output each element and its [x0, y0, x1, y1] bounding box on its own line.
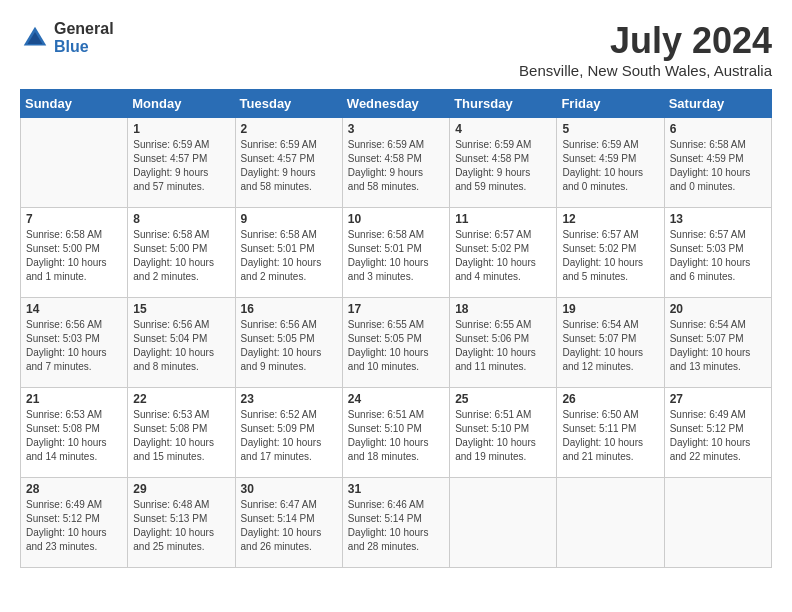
day-number: 14 — [26, 302, 122, 316]
calendar-cell: 26Sunrise: 6:50 AM Sunset: 5:11 PM Dayli… — [557, 388, 664, 478]
logo-blue: Blue — [54, 38, 114, 56]
calendar-cell — [21, 118, 128, 208]
calendar-cell: 24Sunrise: 6:51 AM Sunset: 5:10 PM Dayli… — [342, 388, 449, 478]
calendar-cell: 23Sunrise: 6:52 AM Sunset: 5:09 PM Dayli… — [235, 388, 342, 478]
day-info: Sunrise: 6:56 AM Sunset: 5:04 PM Dayligh… — [133, 318, 229, 374]
day-number: 13 — [670, 212, 766, 226]
header-day-thursday: Thursday — [450, 90, 557, 118]
day-number: 6 — [670, 122, 766, 136]
day-info: Sunrise: 6:58 AM Sunset: 4:59 PM Dayligh… — [670, 138, 766, 194]
day-info: Sunrise: 6:56 AM Sunset: 5:05 PM Dayligh… — [241, 318, 337, 374]
calendar-cell: 10Sunrise: 6:58 AM Sunset: 5:01 PM Dayli… — [342, 208, 449, 298]
day-info: Sunrise: 6:49 AM Sunset: 5:12 PM Dayligh… — [26, 498, 122, 554]
calendar-cell: 12Sunrise: 6:57 AM Sunset: 5:02 PM Dayli… — [557, 208, 664, 298]
day-number: 17 — [348, 302, 444, 316]
header-day-tuesday: Tuesday — [235, 90, 342, 118]
header-day-saturday: Saturday — [664, 90, 771, 118]
logo-general: General — [54, 20, 114, 38]
day-number: 31 — [348, 482, 444, 496]
day-info: Sunrise: 6:59 AM Sunset: 4:59 PM Dayligh… — [562, 138, 658, 194]
calendar-cell: 28Sunrise: 6:49 AM Sunset: 5:12 PM Dayli… — [21, 478, 128, 568]
day-info: Sunrise: 6:51 AM Sunset: 5:10 PM Dayligh… — [348, 408, 444, 464]
day-info: Sunrise: 6:53 AM Sunset: 5:08 PM Dayligh… — [26, 408, 122, 464]
day-info: Sunrise: 6:51 AM Sunset: 5:10 PM Dayligh… — [455, 408, 551, 464]
header-row: SundayMondayTuesdayWednesdayThursdayFrid… — [21, 90, 772, 118]
calendar-body: 1Sunrise: 6:59 AM Sunset: 4:57 PM Daylig… — [21, 118, 772, 568]
day-number: 7 — [26, 212, 122, 226]
day-number: 11 — [455, 212, 551, 226]
logo: General Blue — [20, 20, 114, 55]
week-row-1: 1Sunrise: 6:59 AM Sunset: 4:57 PM Daylig… — [21, 118, 772, 208]
day-info: Sunrise: 6:50 AM Sunset: 5:11 PM Dayligh… — [562, 408, 658, 464]
calendar-cell: 2Sunrise: 6:59 AM Sunset: 4:57 PM Daylig… — [235, 118, 342, 208]
day-info: Sunrise: 6:58 AM Sunset: 5:00 PM Dayligh… — [26, 228, 122, 284]
calendar-cell: 27Sunrise: 6:49 AM Sunset: 5:12 PM Dayli… — [664, 388, 771, 478]
day-info: Sunrise: 6:57 AM Sunset: 5:02 PM Dayligh… — [562, 228, 658, 284]
calendar-cell: 16Sunrise: 6:56 AM Sunset: 5:05 PM Dayli… — [235, 298, 342, 388]
day-number: 22 — [133, 392, 229, 406]
day-number: 23 — [241, 392, 337, 406]
day-number: 27 — [670, 392, 766, 406]
day-number: 1 — [133, 122, 229, 136]
header-day-monday: Monday — [128, 90, 235, 118]
day-number: 26 — [562, 392, 658, 406]
day-number: 16 — [241, 302, 337, 316]
calendar-cell: 22Sunrise: 6:53 AM Sunset: 5:08 PM Dayli… — [128, 388, 235, 478]
header-day-sunday: Sunday — [21, 90, 128, 118]
calendar-cell: 4Sunrise: 6:59 AM Sunset: 4:58 PM Daylig… — [450, 118, 557, 208]
calendar-cell: 6Sunrise: 6:58 AM Sunset: 4:59 PM Daylig… — [664, 118, 771, 208]
calendar-cell: 25Sunrise: 6:51 AM Sunset: 5:10 PM Dayli… — [450, 388, 557, 478]
calendar-cell: 11Sunrise: 6:57 AM Sunset: 5:02 PM Dayli… — [450, 208, 557, 298]
day-info: Sunrise: 6:49 AM Sunset: 5:12 PM Dayligh… — [670, 408, 766, 464]
day-number: 19 — [562, 302, 658, 316]
day-number: 10 — [348, 212, 444, 226]
day-info: Sunrise: 6:47 AM Sunset: 5:14 PM Dayligh… — [241, 498, 337, 554]
page-header: General Blue July 2024 Bensville, New So… — [20, 20, 772, 79]
calendar-cell: 29Sunrise: 6:48 AM Sunset: 5:13 PM Dayli… — [128, 478, 235, 568]
calendar-cell: 8Sunrise: 6:58 AM Sunset: 5:00 PM Daylig… — [128, 208, 235, 298]
location-subtitle: Bensville, New South Wales, Australia — [519, 62, 772, 79]
calendar-cell: 5Sunrise: 6:59 AM Sunset: 4:59 PM Daylig… — [557, 118, 664, 208]
day-info: Sunrise: 6:56 AM Sunset: 5:03 PM Dayligh… — [26, 318, 122, 374]
day-info: Sunrise: 6:58 AM Sunset: 5:01 PM Dayligh… — [348, 228, 444, 284]
day-info: Sunrise: 6:58 AM Sunset: 5:01 PM Dayligh… — [241, 228, 337, 284]
title-block: July 2024 Bensville, New South Wales, Au… — [519, 20, 772, 79]
calendar-cell: 17Sunrise: 6:55 AM Sunset: 5:05 PM Dayli… — [342, 298, 449, 388]
calendar-header: SundayMondayTuesdayWednesdayThursdayFrid… — [21, 90, 772, 118]
header-day-wednesday: Wednesday — [342, 90, 449, 118]
day-number: 12 — [562, 212, 658, 226]
day-info: Sunrise: 6:55 AM Sunset: 5:06 PM Dayligh… — [455, 318, 551, 374]
day-info: Sunrise: 6:59 AM Sunset: 4:58 PM Dayligh… — [348, 138, 444, 194]
calendar-cell: 14Sunrise: 6:56 AM Sunset: 5:03 PM Dayli… — [21, 298, 128, 388]
calendar-cell: 18Sunrise: 6:55 AM Sunset: 5:06 PM Dayli… — [450, 298, 557, 388]
week-row-2: 7Sunrise: 6:58 AM Sunset: 5:00 PM Daylig… — [21, 208, 772, 298]
calendar-cell: 19Sunrise: 6:54 AM Sunset: 5:07 PM Dayli… — [557, 298, 664, 388]
day-info: Sunrise: 6:59 AM Sunset: 4:58 PM Dayligh… — [455, 138, 551, 194]
day-number: 25 — [455, 392, 551, 406]
day-info: Sunrise: 6:48 AM Sunset: 5:13 PM Dayligh… — [133, 498, 229, 554]
day-number: 24 — [348, 392, 444, 406]
day-info: Sunrise: 6:59 AM Sunset: 4:57 PM Dayligh… — [133, 138, 229, 194]
day-info: Sunrise: 6:57 AM Sunset: 5:02 PM Dayligh… — [455, 228, 551, 284]
day-number: 3 — [348, 122, 444, 136]
day-number: 28 — [26, 482, 122, 496]
calendar-cell: 9Sunrise: 6:58 AM Sunset: 5:01 PM Daylig… — [235, 208, 342, 298]
day-number: 9 — [241, 212, 337, 226]
calendar-cell: 7Sunrise: 6:58 AM Sunset: 5:00 PM Daylig… — [21, 208, 128, 298]
calendar-cell — [557, 478, 664, 568]
day-number: 20 — [670, 302, 766, 316]
day-number: 2 — [241, 122, 337, 136]
calendar-cell — [450, 478, 557, 568]
day-info: Sunrise: 6:55 AM Sunset: 5:05 PM Dayligh… — [348, 318, 444, 374]
week-row-3: 14Sunrise: 6:56 AM Sunset: 5:03 PM Dayli… — [21, 298, 772, 388]
calendar-cell: 3Sunrise: 6:59 AM Sunset: 4:58 PM Daylig… — [342, 118, 449, 208]
day-info: Sunrise: 6:57 AM Sunset: 5:03 PM Dayligh… — [670, 228, 766, 284]
calendar-cell: 30Sunrise: 6:47 AM Sunset: 5:14 PM Dayli… — [235, 478, 342, 568]
day-number: 29 — [133, 482, 229, 496]
day-number: 5 — [562, 122, 658, 136]
calendar-cell: 20Sunrise: 6:54 AM Sunset: 5:07 PM Dayli… — [664, 298, 771, 388]
week-row-5: 28Sunrise: 6:49 AM Sunset: 5:12 PM Dayli… — [21, 478, 772, 568]
day-number: 15 — [133, 302, 229, 316]
calendar-cell: 15Sunrise: 6:56 AM Sunset: 5:04 PM Dayli… — [128, 298, 235, 388]
calendar-cell — [664, 478, 771, 568]
